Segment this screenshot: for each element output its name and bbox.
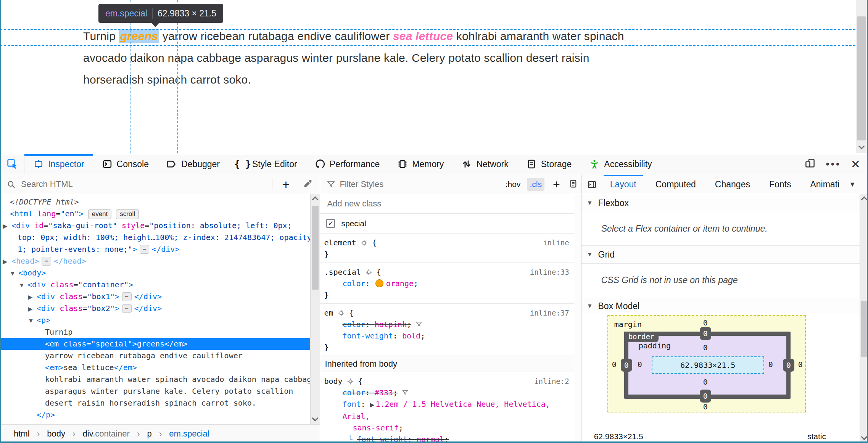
markup-node[interactable]: Turnip bbox=[0, 326, 310, 338]
sidebar-tab-changes[interactable]: Changes bbox=[705, 175, 760, 194]
box-model-diagram[interactable]: margin 0 border padding 0 0 62.9833×21.5… bbox=[607, 315, 806, 412]
box-model-content-box[interactable]: 62.9833×21.5 bbox=[652, 356, 764, 374]
markup-scrollbar-thumb[interactable] bbox=[312, 206, 319, 290]
padding-left-value[interactable]: 0 bbox=[635, 360, 644, 369]
sidebar-tab-layout[interactable]: Layout bbox=[601, 175, 646, 194]
sidebar-tab-fonts[interactable]: Fonts bbox=[760, 175, 801, 194]
scroll-down-icon[interactable] bbox=[312, 415, 319, 422]
css-declaration-color[interactable]: color: hotpink; bbox=[324, 319, 568, 330]
markup-node[interactable]: ▼<div class="container"> bbox=[0, 279, 310, 291]
rules-scrollbar[interactable] bbox=[574, 194, 581, 443]
box-model-section-header[interactable]: ▼ Box Model bbox=[581, 297, 868, 315]
pseudo-class-toggle[interactable]: :hov bbox=[503, 178, 523, 191]
markup-node[interactable]: ▼<p> bbox=[0, 314, 310, 326]
highlight-selector-target-icon[interactable] bbox=[337, 309, 345, 317]
markup-node[interactable]: 1; pointer-events: none;">⋯</div> bbox=[0, 243, 310, 255]
border-top-value[interactable]: 0 bbox=[700, 327, 711, 340]
collapsed-children-ellipsis[interactable]: ⋯ bbox=[122, 292, 132, 301]
meatball-menu-icon[interactable]: ●●● bbox=[826, 160, 841, 168]
tab-network[interactable]: Network bbox=[453, 154, 517, 174]
expand-twisty-icon[interactable]: ▶ bbox=[3, 256, 7, 267]
markup-node[interactable]: kohlrabi amaranth water spinach avocado … bbox=[0, 374, 310, 385]
print-simulation-icon[interactable] bbox=[568, 179, 578, 190]
scroll-down-icon[interactable] bbox=[861, 434, 867, 440]
markup-node[interactable]: <!DOCTYPE html> bbox=[0, 196, 310, 208]
overridden-filter-icon[interactable] bbox=[411, 320, 423, 329]
tab-storage[interactable]: Storage bbox=[517, 154, 581, 174]
rule-location-link[interactable]: inline:37 bbox=[530, 307, 569, 319]
responsive-design-mode-icon[interactable] bbox=[804, 158, 816, 171]
css-declaration-color[interactable]: color: orange; bbox=[324, 278, 568, 289]
scroll-up-icon[interactable] bbox=[861, 197, 867, 203]
markup-node[interactable]: <em>sea lettuce</em> bbox=[0, 362, 310, 374]
scroll-up-icon[interactable] bbox=[312, 197, 319, 203]
tab-debugger[interactable]: Debugger bbox=[158, 154, 229, 174]
margin-right-value[interactable]: 0 bbox=[796, 360, 805, 369]
collapsed-children-ellipsis[interactable]: ⋯ bbox=[122, 304, 132, 313]
border-bottom-value[interactable]: 0 bbox=[700, 390, 711, 403]
css-declaration-font[interactable]: font: ▶1.2em / 1.5 Helvetica Neue, Helve… bbox=[324, 398, 568, 433]
markup-node[interactable]: asparagus winter purslane kale. Celery p… bbox=[0, 385, 310, 397]
event-badge[interactable]: event bbox=[88, 209, 112, 219]
class-toggle[interactable]: .cls bbox=[527, 178, 544, 191]
all-tabs-dropdown-icon[interactable]: ▼ bbox=[849, 180, 866, 188]
highlight-selector-target-icon[interactable] bbox=[360, 239, 368, 247]
collapse-twisty-icon[interactable]: ▼ bbox=[10, 267, 16, 279]
rule-selector[interactable]: element bbox=[324, 237, 356, 248]
scroll-down-icon[interactable] bbox=[858, 143, 865, 150]
tab-style-editor[interactable]: { }Style Editor bbox=[229, 154, 306, 174]
flexbox-section-header[interactable]: ▼ Flexbox bbox=[581, 194, 868, 212]
margin-bottom-value[interactable]: 0 bbox=[701, 402, 710, 411]
collapse-twisty-icon[interactable]: ▼ bbox=[19, 279, 25, 291]
rule-selector[interactable]: em bbox=[324, 307, 333, 319]
rule-selector[interactable]: .special bbox=[324, 266, 361, 278]
scroll-badge[interactable]: scroll bbox=[116, 209, 139, 219]
padding-top-value[interactable]: 0 bbox=[701, 343, 710, 352]
rule-location-link[interactable]: inline:2 bbox=[534, 375, 569, 387]
close-icon[interactable]: ✕ bbox=[851, 158, 860, 171]
rule-location-link[interactable]: inline bbox=[543, 237, 569, 248]
markup-node[interactable]: desert raisin horseradish spinach carrot… bbox=[0, 397, 310, 409]
markup-node[interactable]: top: 0px; width: 100%; height…100%; z-in… bbox=[0, 232, 310, 243]
expand-panel-icon[interactable] bbox=[584, 179, 601, 190]
expand-twisty-icon[interactable]: ▶ bbox=[28, 291, 32, 303]
breadcrumb-item-em.special[interactable]: em.special bbox=[169, 429, 209, 439]
css-declaration-color[interactable]: color: #333; bbox=[324, 387, 568, 398]
tab-memory[interactable]: Memory bbox=[388, 154, 453, 174]
rule-selector[interactable]: body bbox=[324, 375, 342, 387]
grid-section-header[interactable]: ▼ Grid bbox=[581, 246, 868, 264]
eyedropper-icon[interactable] bbox=[300, 179, 316, 190]
css-declaration-font-weight[interactable]: font-weight: bold; bbox=[324, 330, 568, 342]
markup-node-selected[interactable]: <em class="special">greens</em> bbox=[0, 338, 310, 350]
markup-node[interactable]: ▶<head>⋯</head> bbox=[0, 255, 310, 267]
breadcrumb-item-p[interactable]: p bbox=[147, 429, 151, 439]
breadcrumb-item-html[interactable]: html bbox=[14, 429, 30, 439]
page-scrollbar-thumb[interactable] bbox=[857, 16, 866, 140]
markup-node[interactable]: <html lang="en">eventscroll bbox=[0, 208, 310, 220]
add-new-class-input[interactable] bbox=[327, 199, 561, 209]
border-left-value[interactable]: 0 bbox=[621, 359, 632, 372]
markup-node[interactable]: </p> bbox=[0, 409, 310, 421]
search-html-input[interactable] bbox=[21, 179, 267, 189]
markup-scrollbar[interactable] bbox=[310, 194, 320, 424]
markup-node[interactable]: ▶<div id="saka-gui-root" style="position… bbox=[0, 220, 310, 232]
padding-bottom-value[interactable]: 0 bbox=[701, 377, 710, 387]
collapse-twisty-icon[interactable]: ▼ bbox=[28, 315, 34, 327]
margin-left-value[interactable]: 0 bbox=[610, 360, 619, 369]
tab-accessibility[interactable]: Accessibility bbox=[580, 154, 660, 174]
rule-location-link[interactable]: inline:33 bbox=[530, 266, 569, 278]
color-swatch[interactable] bbox=[375, 279, 383, 287]
sidebar-tab-animati[interactable]: Animati bbox=[800, 175, 849, 194]
padding-right-value[interactable]: 0 bbox=[766, 360, 775, 369]
expand-twisty-icon[interactable]: ▶ bbox=[3, 220, 7, 232]
tab-inspector[interactable]: Inspector bbox=[24, 154, 93, 174]
markup-node[interactable]: ▶<div class="box1">⋯</div> bbox=[0, 291, 310, 303]
margin-top-value[interactable]: 0 bbox=[701, 318, 710, 327]
collapsed-children-ellipsis[interactable]: ⋯ bbox=[42, 257, 51, 266]
class-checkbox[interactable]: ✓ bbox=[326, 219, 335, 228]
markup-node[interactable]: ▶<div class="box2">⋯</div> bbox=[0, 303, 310, 314]
overridden-filter-icon[interactable] bbox=[398, 388, 409, 397]
border-right-value[interactable]: 0 bbox=[783, 359, 794, 372]
layout-scrollbar-thumb[interactable] bbox=[861, 301, 867, 357]
tab-performance[interactable]: Performance bbox=[306, 154, 389, 174]
